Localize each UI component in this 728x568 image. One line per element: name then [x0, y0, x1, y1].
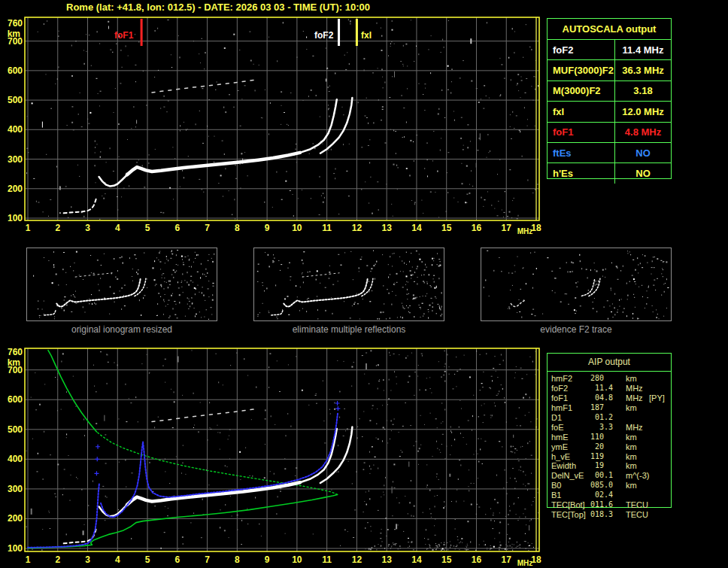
- svg-text:760: 760: [8, 347, 23, 357]
- noise-speckles: [26, 350, 539, 551]
- aip-value: 00.1: [590, 471, 613, 479]
- svg-text:7: 7: [205, 554, 210, 565]
- top-ionogram-plot: foF1foF2fxI123456789101112131415161718MH…: [8, 17, 541, 235]
- svg-text:700: 700: [8, 365, 23, 375]
- aip-label: DelN_vE: [551, 471, 584, 480]
- aip-row-TEC[Bot]: TEC[Bot]011.6TECU: [548, 500, 671, 510]
- aip-output-table: AIP outputhmF2280kmfoF2 11.4MHzfoF1 04.8…: [547, 353, 672, 508]
- marker-foF2: foF2: [314, 19, 339, 46]
- svg-text:500: 500: [8, 95, 23, 105]
- aip-label: hmF1: [551, 403, 572, 412]
- svg-text:6: 6: [174, 223, 180, 233]
- svg-text:14: 14: [411, 554, 422, 565]
- svg-text:9: 9: [265, 223, 270, 233]
- autoscala-param-label: fxI: [548, 102, 615, 121]
- axis-labels: 123456789101112131415161718MHz7607006005…: [8, 347, 541, 567]
- autoscala-row-ftEs: ftEsNO: [548, 142, 671, 163]
- svg-text:400: 400: [8, 454, 23, 464]
- svg-text:500: 500: [8, 424, 23, 435]
- trace-layer: [64, 80, 353, 213]
- autoscala-param-label: foF1: [548, 123, 615, 142]
- svg-text:12: 12: [352, 554, 362, 565]
- svg-text:14: 14: [411, 223, 422, 233]
- aip-unit: MHz: [626, 393, 643, 402]
- svg-text:11: 11: [322, 223, 332, 233]
- aip-value: 02.4: [590, 491, 613, 499]
- svg-text:15: 15: [441, 223, 452, 233]
- thumbnail-original-ionogram: [26, 248, 217, 321]
- aip-label: B1: [551, 491, 561, 500]
- aip-value: 110: [590, 433, 604, 441]
- aip-row-Ewidth: Ewidth 19km: [548, 461, 671, 471]
- aip-label: B0: [551, 481, 561, 490]
- station-date-title: Rome (lat: +41.8, lon: 012.5) - DATE: 20…: [66, 2, 370, 13]
- svg-text:200: 200: [8, 184, 23, 194]
- aip-unit: km: [626, 442, 637, 451]
- aip-row-ymE: ymE 20km: [548, 442, 671, 452]
- svg-text:100: 100: [8, 213, 23, 223]
- svg-text:2: 2: [55, 554, 60, 565]
- thumbnail-evidence-f2-trace: [481, 248, 672, 321]
- svg-text:4: 4: [115, 554, 120, 565]
- marker-foF1: foF1: [114, 19, 141, 46]
- svg-text:MHz: MHz: [517, 227, 533, 235]
- aip-unit: MHz: [626, 423, 643, 432]
- autoscala-param-label: M(3000)F2: [548, 81, 615, 101]
- aip-label: ymE: [551, 442, 568, 451]
- autoscala-param-label: MUF(3000)F2: [548, 60, 615, 80]
- svg-text:8: 8: [235, 223, 240, 233]
- aip-row-hmF2: hmF2280km: [548, 374, 671, 384]
- thumbnail-original-ionogram-image: [27, 248, 217, 320]
- aip-label: foF2: [551, 384, 568, 393]
- aip-row-hmF1: hmF1187km: [548, 403, 671, 413]
- aip-row-foE: foE 3.3MHz: [548, 423, 671, 433]
- svg-text:200: 200: [8, 513, 23, 524]
- aip-label: TEC[Bot]: [551, 500, 585, 509]
- autoscala-param-value: 36.3 MHz: [615, 60, 671, 80]
- svg-text:15: 15: [441, 554, 452, 565]
- autoscala-row-h'Es: h'EsNO: [548, 163, 671, 183]
- svg-text:13: 13: [381, 554, 392, 565]
- autoscala-param-label: h'Es: [548, 163, 615, 183]
- aip-label: TEC[Top]: [551, 510, 586, 519]
- aip-label: foE: [551, 423, 564, 432]
- svg-text:5: 5: [145, 223, 150, 233]
- autoscala-param-value: 11.4 MHz: [615, 40, 671, 59]
- svg-text:6: 6: [174, 554, 180, 565]
- aip-label: foF1: [551, 393, 568, 402]
- autoscala-param-value: NO: [615, 163, 671, 183]
- autoscala-param-value: 4.8 MHz: [615, 123, 671, 142]
- autoscala-table-header: AUTOSCALA output: [548, 19, 671, 39]
- svg-text:3: 3: [85, 223, 90, 233]
- svg-text:16: 16: [472, 554, 482, 565]
- aip-label: D1: [551, 413, 562, 422]
- autoscala-row-foF2: foF211.4 MHz: [548, 39, 671, 59]
- aip-row-DelN_vE: DelN_vE 00.1m^(-3): [548, 471, 671, 481]
- svg-text:5: 5: [145, 554, 150, 565]
- autoscala-output-table: AUTOSCALA outputfoF211.4 MHzMUF(3000)F23…: [547, 18, 672, 179]
- aip-unit: MHz: [626, 384, 643, 393]
- thumbnail-content: [33, 250, 214, 320]
- svg-text:17: 17: [502, 223, 512, 233]
- aip-row-B1: B1 02.4: [548, 491, 671, 500]
- svg-text:18: 18: [531, 223, 541, 233]
- svg-text:1: 1: [26, 223, 31, 233]
- autoscala-param-value: 3.18: [615, 81, 671, 101]
- aip-value: 018.3: [590, 510, 613, 518]
- aip-label: hmE: [551, 433, 569, 442]
- svg-text:12: 12: [352, 223, 362, 233]
- svg-text:400: 400: [8, 124, 23, 135]
- bottom-profile-plot: 123456789101112131415161718MHz7607006005…: [8, 347, 541, 567]
- svg-text:1: 1: [26, 554, 31, 565]
- svg-text:foF1: foF1: [114, 30, 134, 41]
- aip-row-B0: B0085.0km: [548, 481, 671, 491]
- noise-speckles: [26, 19, 539, 220]
- autoscala-row-MUF(3000)F2: MUF(3000)F236.3 MHz: [548, 59, 671, 80]
- aip-rows: hmF2280kmfoF2 11.4MHzfoF1 04.8MHz[PY]hmF…: [548, 372, 671, 520]
- svg-text:9: 9: [265, 554, 270, 565]
- thumbnail-content: [257, 251, 442, 320]
- thumbnail-caption-evidence: evidence F2 trace: [481, 324, 672, 335]
- aip-value: 3.3: [590, 423, 613, 431]
- thumbnail-caption-original: original ionogram resized: [26, 324, 217, 335]
- aip-unit: TECU: [626, 510, 648, 519]
